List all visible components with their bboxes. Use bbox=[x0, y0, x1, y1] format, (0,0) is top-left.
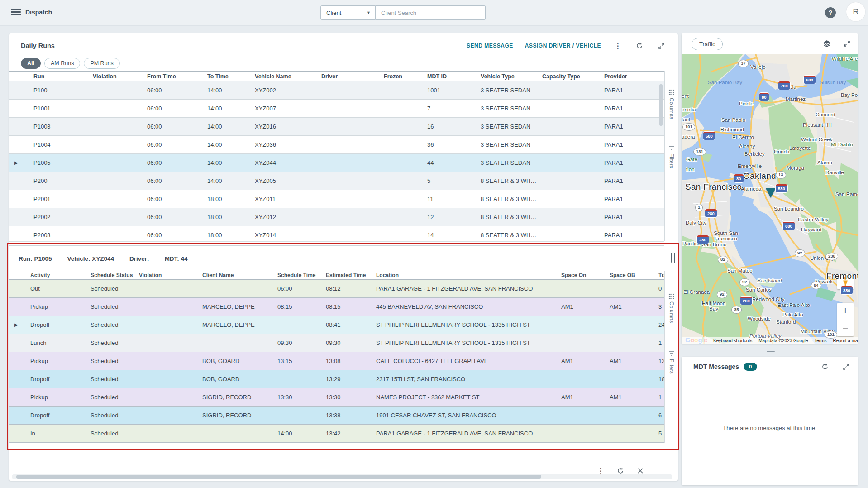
expand-icon[interactable] bbox=[656, 41, 666, 51]
horizontal-scrollbar-thumb[interactable] bbox=[16, 475, 541, 479]
map-terrain bbox=[682, 54, 858, 344]
zoom-out-button[interactable]: − bbox=[837, 320, 854, 337]
cell-to-time: 14:00 bbox=[207, 87, 255, 94]
daily-runs-panel: Daily Runs SEND MESSAGE ASSIGN DRIVER / … bbox=[9, 33, 678, 481]
column-header-driver: Driver bbox=[321, 73, 384, 80]
detail-column-header-estimated-time: Estimated Time bbox=[326, 272, 376, 278]
client-type-dropdown[interactable]: Client ▼ bbox=[320, 5, 376, 20]
activity-row-2-pickup[interactable]: PickupScheduledMARCELO, DEPPE08:1508:154… bbox=[9, 298, 664, 316]
detail-column-header-location: Location bbox=[376, 272, 561, 278]
activity-row-3-dropoff[interactable]: ▶DropoffScheduledMARCELO, DEPPE08:41ST P… bbox=[9, 316, 664, 334]
activity-row-4-lunch[interactable]: LunchScheduled09:3009:30ST PHILIP NERI E… bbox=[9, 334, 664, 352]
vehicle-location-marker[interactable] bbox=[766, 188, 776, 198]
cell-run: P1004 bbox=[33, 141, 93, 148]
report-map-error-link[interactable]: Report a map error bbox=[833, 338, 858, 343]
run-row-p200[interactable]: P20006:0014:00XYZ00558 SEATER & 3 WH…PAR… bbox=[9, 172, 664, 190]
runs-filter-tabs: All AM Runs PM Runs bbox=[21, 58, 120, 69]
cell-provider: PARA1 bbox=[604, 159, 664, 166]
run-row-p1003[interactable]: P100306:0014:00XYZ016163 SEATER SEDANPAR… bbox=[9, 118, 664, 136]
cell-vehicle-type: 8 SEATER & 3 WH… bbox=[481, 214, 542, 220]
map-zoom-control: + − bbox=[837, 303, 854, 336]
cell-vehicle-type: 8 SEATER & 3 WH… bbox=[481, 177, 542, 184]
run-row-p2003[interactable]: P200306:0018:00XYZ014148 SEATER & 3 WH…P… bbox=[9, 226, 664, 244]
tab-pm-runs[interactable]: PM Runs bbox=[84, 58, 119, 69]
run-row-p1005[interactable]: ▶P100506:0014:00XYZ044443 SEATER SEDANPA… bbox=[9, 154, 664, 172]
activity-row-6-dropoff[interactable]: DropoffScheduledBOB, GOARD13:292317 15TH… bbox=[9, 370, 664, 388]
detail-column-header-client-name: Client Name bbox=[202, 272, 277, 278]
right-panels-drag-handle[interactable] bbox=[767, 349, 775, 353]
cell-schedule-status: Scheduled bbox=[91, 358, 139, 364]
client-search-input[interactable] bbox=[376, 5, 486, 20]
daily-runs-actions: SEND MESSAGE ASSIGN DRIVER / VEHICLE ⋮ bbox=[467, 41, 666, 51]
map-layers-icon[interactable] bbox=[822, 38, 832, 48]
daily-runs-title: Daily Runs bbox=[21, 42, 55, 49]
detail-column-header-violation: Violation bbox=[139, 272, 202, 278]
cell-estimated-time: 13:30 bbox=[326, 394, 376, 401]
activity-row-7-pickup[interactable]: PickupScheduledSIGRID, RECORD13:3013:30N… bbox=[9, 388, 664, 407]
help-icon[interactable]: ? bbox=[825, 7, 836, 18]
cell-vehicle-type: 3 SEATER SEDAN bbox=[481, 141, 542, 148]
street-view-pegman-control[interactable] bbox=[837, 274, 854, 289]
detail-column-header-space-on: Space On bbox=[561, 272, 610, 278]
filters-toggle[interactable]: Filters bbox=[668, 145, 675, 168]
terms-link[interactable]: Terms bbox=[814, 338, 826, 343]
pane-resize-handle[interactable] bbox=[671, 253, 675, 263]
run-row-p1001[interactable]: P100106:0014:00XYZ00773 SEATER SEDANPARA… bbox=[9, 100, 664, 118]
assign-driver-vehicle-button[interactable]: ASSIGN DRIVER / VEHICLE bbox=[525, 43, 601, 49]
detail-columns-toggle[interactable]: Columns bbox=[668, 293, 675, 323]
activity-row-8-dropoff[interactable]: DropoffScheduledSIGRID, RECORD13:381901 … bbox=[9, 407, 664, 425]
cell-vehicle-type: 3 SEATER SEDAN bbox=[481, 123, 542, 130]
tab-all[interactable]: All bbox=[21, 58, 41, 69]
mdt-expand-icon[interactable] bbox=[841, 362, 851, 372]
daily-runs-vertical-scrollbar[interactable] bbox=[659, 84, 663, 126]
mdt-refresh-icon[interactable] bbox=[820, 362, 830, 372]
run-row-p2002[interactable]: P200206:0018:00XYZ012128 SEATER & 3 WH…P… bbox=[9, 208, 664, 226]
column-header-capacity-type: Capacity Type bbox=[542, 73, 604, 80]
send-message-button[interactable]: SEND MESSAGE bbox=[467, 43, 513, 49]
cell-provider: PARA1 bbox=[604, 123, 664, 130]
cell-space-ob: AM1 bbox=[610, 358, 658, 364]
columns-toggle[interactable]: Columns bbox=[668, 89, 675, 119]
map-expand-icon[interactable] bbox=[842, 38, 852, 48]
cell-provider: PARA1 bbox=[604, 214, 664, 220]
tab-am-runs[interactable]: AM Runs bbox=[44, 58, 80, 69]
cell-from-time: 06:00 bbox=[147, 141, 207, 148]
cell-mdt-id: 44 bbox=[427, 159, 481, 166]
more-options-icon[interactable]: ⋮ bbox=[613, 41, 623, 51]
cell-client-name: MARCELO, DEPPE bbox=[202, 321, 277, 328]
detail-filters-toggle[interactable]: Filters bbox=[668, 351, 675, 374]
keyboard-shortcuts-link[interactable]: Keyboard shortcuts bbox=[713, 338, 752, 343]
cell-schedule-status: Scheduled bbox=[91, 321, 139, 328]
cell-location: 445 BARNEVELD AV, SAN FRANCISCO bbox=[376, 303, 561, 310]
cell-schedule-time: 13:30 bbox=[277, 394, 326, 401]
row-expand-arrow: ▶ bbox=[9, 160, 33, 165]
activity-row-5-pickup[interactable]: PickupScheduledBOB, GOARD13:1513:08CAFE … bbox=[9, 352, 664, 370]
daily-runs-side-strip: Columns Filters bbox=[664, 71, 678, 241]
user-avatar[interactable]: R bbox=[846, 2, 865, 21]
cell-schedule-time: 06:00 bbox=[277, 285, 326, 292]
cell-from-time: 06:00 bbox=[147, 123, 207, 130]
activity-row-1-out[interactable]: OutScheduled06:0008:12PARA1 GARAGE - 1 F… bbox=[9, 280, 664, 298]
cell-provider: PARA1 bbox=[604, 105, 664, 112]
detail-column-header-space-ob: Space OB bbox=[610, 272, 658, 278]
detail-run-label: Run: P1005 bbox=[19, 255, 52, 262]
cell-activity: Dropoff bbox=[30, 412, 91, 419]
cell-run: P2002 bbox=[33, 214, 93, 220]
traffic-toggle-button[interactable]: Traffic bbox=[692, 38, 723, 50]
cell-to-time: 14:00 bbox=[207, 123, 255, 130]
map-canvas[interactable]: + − Google Keyboard shortcuts Map data ©… bbox=[682, 54, 858, 344]
detail-filter-icon bbox=[669, 351, 674, 356]
run-row-p100[interactable]: P10006:0014:00XYZ00210013 SEATER SEDANPA… bbox=[9, 81, 664, 100]
column-header-to-time: To Time bbox=[207, 73, 255, 80]
column-header-from-time: From Time bbox=[147, 73, 207, 80]
hamburger-menu-icon[interactable] bbox=[11, 9, 21, 17]
activity-row-9-in[interactable]: InScheduled14:0013:42PARA1 GARAGE - 1 FI… bbox=[9, 425, 664, 443]
cell-vehicle-name: XYZ012 bbox=[255, 214, 321, 220]
cell-provider: PARA1 bbox=[604, 87, 664, 94]
run-row-p2001[interactable]: P200106:0018:00XYZ011118 SEATER & 3 WH…P… bbox=[9, 190, 664, 208]
run-row-p1004[interactable]: P100406:0014:00XYZ036363 SEATER SEDANPAR… bbox=[9, 136, 664, 154]
zoom-in-button[interactable]: + bbox=[837, 303, 854, 320]
refresh-icon[interactable] bbox=[634, 41, 644, 51]
cell-location: ST PHILIP NERI ELEMENTARY SCHOOL - 1335 … bbox=[376, 321, 561, 328]
cell-schedule-status: Scheduled bbox=[91, 394, 139, 401]
